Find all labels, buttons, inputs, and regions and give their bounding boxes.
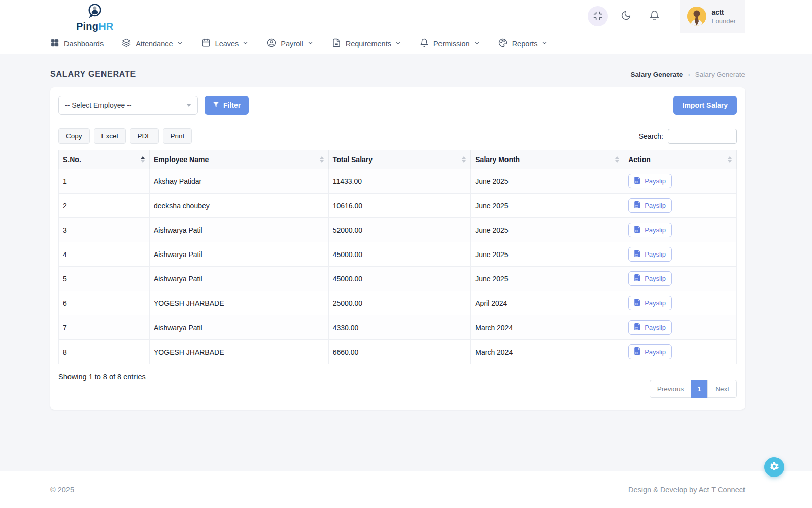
nav-label: Attendance (136, 40, 173, 48)
table-row: 3 Aishwarya Patil 52000.00 June 2025 Pay… (59, 218, 737, 242)
nav-item-attendance[interactable]: Attendance (122, 38, 183, 49)
copy-button[interactable]: Copy (58, 128, 90, 144)
compress-icon (593, 11, 603, 22)
settings-fab-button[interactable] (764, 457, 784, 477)
cell-employee-name: Akshay Patidar (150, 169, 329, 194)
filter-row: -- Select Employee -- Filter Import Sala… (58, 96, 737, 115)
print-button[interactable]: Print (163, 128, 192, 144)
nav-item-payroll[interactable]: Payroll (267, 38, 313, 49)
cell-total-salary: 6660.00 (328, 340, 471, 364)
dark-mode-toggle-button[interactable] (616, 6, 636, 26)
column-header-total-salary[interactable]: Total Salary (328, 150, 471, 169)
user-circle-icon (267, 38, 276, 49)
column-header-employee-name[interactable]: Employee Name (150, 150, 329, 169)
payslip-file-icon (634, 274, 641, 283)
table-row: 1 Akshay Patidar 11433.00 June 2025 Pays… (59, 169, 737, 194)
search-input[interactable] (668, 129, 737, 144)
nav-item-reports[interactable]: Reports (498, 38, 548, 49)
nav-item-leaves[interactable]: Leaves (201, 38, 249, 49)
chevron-down-icon (177, 40, 183, 48)
filter-button[interactable]: Filter (205, 96, 249, 115)
sort-icon (615, 156, 619, 163)
header-actions: actt Founder (588, 0, 812, 33)
cell-salary-month: June 2025 (471, 169, 624, 194)
user-menu[interactable]: actt Founder (680, 0, 745, 33)
cell-sno: 7 (59, 315, 150, 340)
cell-total-salary: 10616.00 (328, 194, 471, 218)
payslip-button[interactable]: Payslip (628, 223, 672, 237)
chevron-down-icon (307, 40, 314, 48)
table-body: 1 Akshay Patidar 11433.00 June 2025 Pays… (59, 169, 737, 364)
excel-button[interactable]: Excel (94, 128, 126, 144)
cell-action: Payslip (624, 315, 737, 340)
breadcrumb-parent[interactable]: Salary Generate (631, 71, 683, 78)
select-caret-icon (186, 104, 191, 107)
pdf-button[interactable]: PDF (130, 128, 159, 144)
entries-info: Showing 1 to 8 of 8 entries (58, 373, 146, 381)
nav-label: Dashboards (64, 40, 104, 48)
cell-salary-month: June 2025 (471, 242, 624, 267)
payslip-label: Payslip (645, 299, 666, 307)
cell-sno: 4 (59, 242, 150, 267)
cell-salary-month: June 2025 (471, 218, 624, 242)
sort-icon (141, 156, 145, 163)
payslip-label: Payslip (645, 275, 666, 282)
cell-sno: 8 (59, 340, 150, 364)
employee-select[interactable]: -- Select Employee -- (58, 96, 198, 115)
payslip-button[interactable]: Payslip (628, 344, 672, 359)
cell-sno: 2 (59, 194, 150, 218)
breadcrumb-current: Salary Generate (695, 71, 745, 78)
fullscreen-toggle-button[interactable] (588, 6, 608, 26)
page-head: SALARY GENERATE Salary Generate › Salary… (50, 70, 745, 79)
table-row: 7 Aishwarya Patil 4330.00 March 2024 Pay… (59, 315, 737, 340)
page-1-button[interactable]: 1 (691, 380, 708, 398)
payslip-file-icon (634, 250, 641, 259)
import-salary-button[interactable]: Import Salary (673, 96, 737, 115)
nav-item-dashboards[interactable]: Dashboards (50, 38, 104, 49)
breadcrumb: Salary Generate › Salary Generate (631, 71, 745, 78)
cell-employee-name: Aishwarya Patil (150, 218, 329, 242)
nav-label: Leaves (215, 40, 239, 48)
payslip-button[interactable]: Payslip (628, 174, 672, 188)
bell-icon (649, 10, 660, 22)
bell-icon (420, 38, 429, 49)
nav-item-requirements[interactable]: Requirements (332, 38, 401, 49)
payslip-button[interactable]: Payslip (628, 198, 672, 213)
pagination: Previous 1 Next (650, 380, 737, 398)
page-content: SALARY GENERATE Salary Generate › Salary… (0, 54, 812, 471)
nav-label: Reports (512, 40, 538, 48)
previous-page-button[interactable]: Previous (650, 380, 692, 398)
table-row: 6 YOGESH JHARBADE 25000.00 April 2024 Pa… (59, 291, 737, 315)
payslip-button[interactable]: Payslip (628, 296, 672, 310)
palette-icon (498, 38, 507, 49)
nav-label: Payroll (281, 40, 303, 48)
search-label: Search: (639, 132, 663, 140)
cell-employee-name: YOGESH JHARBADE (150, 291, 329, 315)
table-row: 2 deeksha choubey 10616.00 June 2025 Pay… (59, 194, 737, 218)
payslip-button[interactable]: Payslip (628, 320, 672, 335)
cell-action: Payslip (624, 218, 737, 242)
app-logo[interactable]: PingHR (76, 2, 113, 31)
notifications-button[interactable] (645, 6, 665, 26)
nav-item-permission[interactable]: Permission (420, 38, 480, 49)
payslip-label: Payslip (645, 250, 666, 258)
payslip-file-icon (634, 177, 641, 185)
table-header-row: S.No. Employee Name Total Salary Sa (59, 150, 737, 169)
page-title: SALARY GENERATE (50, 70, 136, 79)
cell-action: Payslip (624, 194, 737, 218)
next-page-button[interactable]: Next (707, 380, 737, 398)
payslip-file-icon (634, 299, 641, 307)
user-role: Founder (712, 17, 736, 25)
table-footer: Showing 1 to 8 of 8 entries Previous 1 N… (58, 373, 737, 398)
user-info: actt Founder (712, 8, 736, 25)
payslip-button[interactable]: Payslip (628, 271, 672, 286)
column-header-action[interactable]: Action (624, 150, 737, 169)
sort-icon (320, 156, 324, 163)
payslip-button[interactable]: Payslip (628, 247, 672, 262)
column-header-salary-month[interactable]: Salary Month (471, 150, 624, 169)
payslip-file-icon (634, 347, 641, 356)
table-row: 8 YOGESH JHARBADE 6660.00 March 2024 Pay… (59, 340, 737, 364)
column-header-sno[interactable]: S.No. (59, 150, 150, 169)
cell-action: Payslip (624, 340, 737, 364)
cell-action: Payslip (624, 267, 737, 291)
